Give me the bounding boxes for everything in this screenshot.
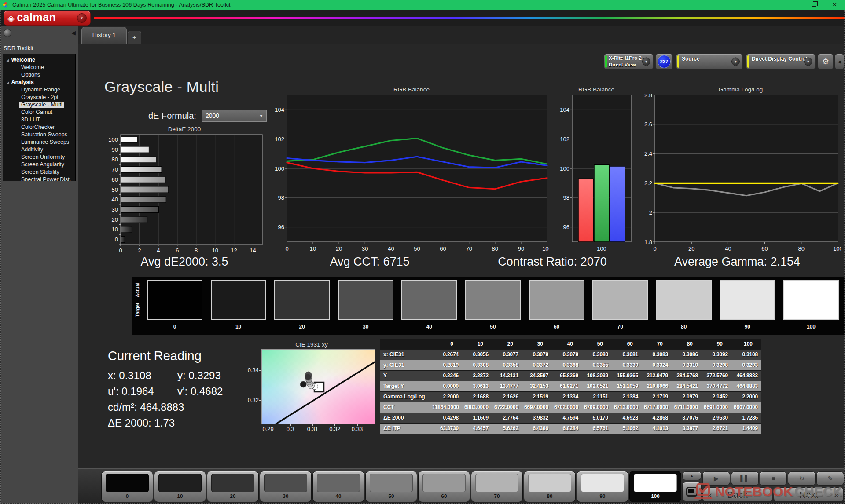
- calman-menu-button[interactable]: ◈ calman ▼: [4, 11, 91, 26]
- collapse-panel-button[interactable]: ◀: [835, 54, 844, 69]
- sidebar-item-welcome[interactable]: Welcome: [3, 64, 75, 71]
- cell-value: 5.6262: [492, 423, 522, 434]
- add-tab-button[interactable]: +: [128, 31, 141, 44]
- ramp-target: [784, 300, 838, 319]
- svg-text:100: 100: [542, 245, 549, 252]
- sidebar-item-screen-stability[interactable]: Screen Stability: [3, 168, 75, 176]
- pattern-button-40[interactable]: 40: [312, 471, 364, 502]
- sidebar-item-label: Screen Uniformity: [19, 154, 66, 160]
- tool-button-1[interactable]: ▶: [702, 471, 730, 486]
- source-label: Source: [682, 56, 700, 62]
- ramp-patch-10: 10: [211, 280, 266, 330]
- cell-value: 0.3324: [642, 360, 672, 370]
- ramp-patch-label: 10: [211, 324, 266, 330]
- sidebar-item-spectral-power-dist[interactable]: Spectral Power Dist.: [3, 176, 75, 181]
- pattern-button-label: 50: [366, 493, 417, 499]
- current-reading-panel: Current Reading x: 0.3108 y: 0.3293 u': …: [108, 349, 257, 433]
- de-formula-row: dE Formula: 2000 ▼: [148, 110, 267, 122]
- ramp-target: [593, 300, 647, 319]
- de-formula-select[interactable]: 2000 ▼: [202, 110, 267, 122]
- tab-history-1[interactable]: History 1: [81, 27, 127, 44]
- ramp-actual: [593, 281, 647, 300]
- pattern-button-label: 0: [102, 493, 153, 499]
- sidebar-item-3d-lut[interactable]: 3D LUT: [3, 116, 75, 124]
- sidebar-item-label: Screen Stability: [19, 169, 61, 175]
- display-control-dropdown[interactable]: Direct Display Control ▼: [746, 54, 816, 69]
- calman-menu-chevron-button[interactable]: ▼: [77, 13, 87, 23]
- sidebar-item-dynamic-range[interactable]: Dynamic Range: [3, 86, 75, 94]
- pattern-button-label: 60: [419, 493, 470, 499]
- tool-button-3[interactable]: ■: [760, 471, 787, 486]
- pattern-up-button[interactable]: ▲: [682, 471, 702, 480]
- meter-dropdown[interactable]: X-Rite i1Pro 2 Direct View ▼: [604, 54, 654, 69]
- pattern-window-button[interactable]: [682, 482, 702, 501]
- back-button[interactable]: « Back: [702, 487, 772, 502]
- settings-button[interactable]: ⚙: [818, 54, 834, 69]
- sidebar-item-screen-uniformity[interactable]: Screen Uniformity: [3, 153, 75, 161]
- pattern-button-90[interactable]: 90: [577, 471, 628, 502]
- row-label: Gamma Log/Log: [380, 391, 432, 402]
- cell-value: 464.8883: [731, 381, 761, 391]
- tool-button-2[interactable]: ▌▌: [731, 471, 759, 486]
- minimize-button[interactable]: –: [783, 0, 804, 10]
- ramp-patch-50: 50: [465, 280, 521, 330]
- ramp-patch-label: 90: [720, 324, 775, 330]
- sidebar-section-analysis[interactable]: ◢Analysis: [3, 79, 75, 86]
- cie-point-20: [305, 374, 311, 380]
- next-button[interactable]: Next »: [774, 487, 844, 502]
- tool-button-5[interactable]: ✎: [816, 471, 844, 486]
- svg-text:104: 104: [275, 106, 284, 113]
- reading-x: x: 0.3108: [108, 369, 177, 385]
- svg-text:2.8: 2.8: [644, 94, 652, 99]
- pattern-button-50[interactable]: 50: [365, 471, 417, 502]
- ramp-swatch: [592, 280, 648, 320]
- cell-value: 6607.0000: [731, 402, 761, 413]
- sidebar-item-grayscale-multi[interactable]: Grayscale - Multi: [3, 101, 75, 109]
- sidebar-item-options[interactable]: Options: [3, 71, 75, 79]
- calman-logo-icon: ◈: [7, 14, 15, 23]
- contrast-ratio-stat: Contrast Ratio: 2070: [486, 255, 618, 271]
- sidebar-collapse-button[interactable]: ◀: [71, 29, 76, 36]
- pattern-button-10[interactable]: 10: [154, 471, 206, 502]
- pattern-button-label: 40: [313, 493, 364, 499]
- measurement-table: 0102030405060708090100x: CIE310.26740.30…: [380, 339, 761, 434]
- sidebar-section-welcome[interactable]: ◢Welcome: [3, 56, 75, 64]
- restore-button[interactable]: [804, 0, 824, 10]
- pattern-button-30[interactable]: 30: [260, 471, 312, 502]
- sidebar-item-label: Welcome: [19, 64, 46, 70]
- cell-value: 372.5769: [702, 370, 731, 381]
- status-dot-button[interactable]: [4, 29, 11, 37]
- cell-value: 108.2039: [582, 370, 612, 381]
- ramp-swatch: [720, 280, 775, 320]
- sidebar-item-grayscale-2pt[interactable]: Grayscale - 2pt: [3, 94, 75, 101]
- meter-count-button[interactable]: 237: [655, 54, 673, 69]
- cell-value: 5.0170: [582, 413, 612, 423]
- pattern-button-80[interactable]: 80: [524, 471, 576, 502]
- cell-value: 0.3077: [492, 349, 522, 360]
- pattern-button-60[interactable]: 60: [418, 471, 470, 502]
- sidebar-item-saturation-sweeps[interactable]: Saturation Sweeps: [3, 131, 75, 139]
- svg-text:4: 4: [157, 247, 160, 254]
- sidebar-item-colorchecker[interactable]: ColorChecker: [3, 124, 75, 131]
- tool-button-4[interactable]: ↻: [788, 471, 816, 486]
- tool-icon-5: ✎: [828, 475, 833, 482]
- svg-text:0: 0: [115, 236, 118, 243]
- sidebar-item-luminance-sweeps[interactable]: Luminance Sweeps: [3, 139, 75, 146]
- sidebar-item-additivity[interactable]: Additivity: [3, 146, 75, 153]
- source-dropdown[interactable]: Source ▼: [676, 54, 743, 69]
- sidebar-item-color-gamut[interactable]: Color Gamut: [3, 109, 75, 116]
- close-button[interactable]: ✕: [824, 0, 845, 10]
- rgb-line-svg: 96981001021040102030405060708090100: [274, 94, 549, 254]
- cell-value: 6.4386: [522, 423, 552, 434]
- cell-value: 6711.0000: [672, 402, 702, 413]
- cell-value: 2.1688: [462, 391, 492, 402]
- sidebar-item-screen-angularity[interactable]: Screen Angularity: [3, 161, 75, 168]
- pattern-button-100[interactable]: 100: [629, 471, 681, 502]
- cell-value: 1.7286: [731, 413, 761, 423]
- table-row-y: Y0.22463.287214.313134.359765.8269108.20…: [380, 370, 761, 381]
- pattern-button-20[interactable]: 20: [207, 471, 259, 502]
- col-header-50: 50: [582, 339, 612, 349]
- pattern-button-0[interactable]: 0: [101, 471, 153, 502]
- pattern-button-70[interactable]: 70: [471, 471, 523, 502]
- cell-value: 0.2674: [432, 349, 462, 360]
